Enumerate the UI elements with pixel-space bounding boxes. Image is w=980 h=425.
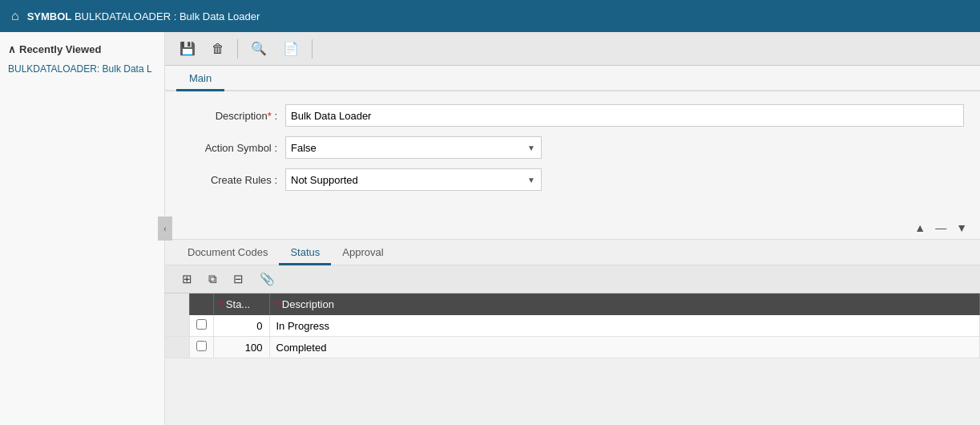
create-rules-select[interactable]: Not Supported Supported [285, 168, 542, 191]
row-num-2 [165, 337, 189, 358]
export-button[interactable]: 📄 [276, 37, 305, 60]
search-button[interactable]: 🔍 [244, 37, 273, 60]
add-row-button[interactable]: ⊞ [176, 269, 198, 289]
action-symbol-row: Action Symbol : False True [181, 136, 964, 159]
action-symbol-label: Action Symbol : [181, 142, 285, 154]
home-icon[interactable]: ⌂ [11, 9, 19, 23]
tab-document-codes[interactable]: Document Codes [176, 240, 279, 265]
create-rules-label: Create Rules : [181, 174, 285, 186]
row-status-1: 0 [213, 315, 269, 337]
col-header-description: * Description [269, 293, 980, 315]
delete-button[interactable]: 🗑 [205, 38, 231, 60]
sort-up-button[interactable]: ▲ [911, 220, 929, 236]
chevron-up-icon: ∧ [8, 43, 16, 55]
copy-row-button[interactable]: ⧉ [203, 269, 223, 289]
sort-equal-button[interactable]: — [932, 220, 950, 236]
description-input[interactable] [285, 104, 964, 127]
recently-viewed-header: ∧ Recently Viewed [0, 38, 164, 60]
app-title: SYMBOL BULKDATALOADER : Bulk Data Loader [27, 10, 260, 22]
row-description-1: In Progress [269, 315, 980, 337]
save-button[interactable]: 💾 [173, 37, 202, 60]
table-container: * Sta... * Description 0 In Progress [165, 293, 980, 425]
create-rules-select-wrapper: Not Supported Supported [285, 168, 542, 191]
form-area: Main Description* : Action Symbol : [165, 66, 980, 240]
create-rules-row: Create Rules : Not Supported Supported [181, 168, 964, 191]
sidebar: ∧ Recently Viewed BULKDATALOADER: Bulk D… [0, 32, 165, 425]
status-table: * Sta... * Description 0 In Progress [165, 293, 980, 358]
col-header-status: * Sta... [213, 293, 269, 315]
app-header: ⌂ SYMBOL BULKDATALOADER : Bulk Data Load… [0, 0, 980, 32]
row-check-1[interactable] [189, 315, 213, 337]
action-symbol-select-wrapper: False True [285, 136, 542, 159]
col-header-rownum [165, 293, 189, 315]
table-row: 100 Completed [165, 337, 980, 358]
row-status-2: 100 [213, 337, 269, 358]
row-description-2: Completed [269, 337, 980, 358]
lower-tabs: Document Codes Status Approval [165, 240, 980, 265]
toolbar-divider [237, 39, 238, 59]
description-label: Description* : [181, 110, 285, 122]
lower-toolbar: ⊞ ⧉ ⊟ 📎 [165, 265, 980, 293]
row-check-2[interactable] [189, 337, 213, 358]
attach-button[interactable]: 📎 [254, 269, 280, 289]
sort-down-button[interactable]: ▼ [953, 220, 970, 236]
tab-approval[interactable]: Approval [331, 240, 394, 265]
checkbox-1[interactable] [196, 319, 207, 330]
toolbar-divider-2 [312, 39, 313, 59]
main-content: 💾 🗑 🔍 📄 Main Description* : [165, 32, 980, 425]
tab-status[interactable]: Status [279, 240, 331, 265]
description-row: Description* : [181, 104, 964, 127]
sidebar-collapse-button[interactable]: ‹ [158, 217, 172, 241]
sort-toolbar: ▲ — ▼ [165, 217, 980, 239]
remove-row-button[interactable]: ⊟ [228, 269, 249, 289]
form-fields: Description* : Action Symbol : False Tru… [165, 91, 980, 217]
main-tabs: Main [165, 66, 980, 91]
table-row: 0 In Progress [165, 315, 980, 337]
sidebar-item-bulkdataloader[interactable]: BULKDATALOADER: Bulk Data L [0, 60, 164, 78]
checkbox-2[interactable] [196, 341, 207, 351]
main-toolbar: 💾 🗑 🔍 📄 [165, 32, 980, 66]
action-symbol-select[interactable]: False True [285, 136, 542, 159]
lower-section: Document Codes Status Approval ⊞ ⧉ ⊟ 📎 [165, 240, 980, 425]
tab-main[interactable]: Main [176, 66, 224, 91]
row-num-1 [165, 315, 189, 337]
col-header-check [189, 293, 213, 315]
